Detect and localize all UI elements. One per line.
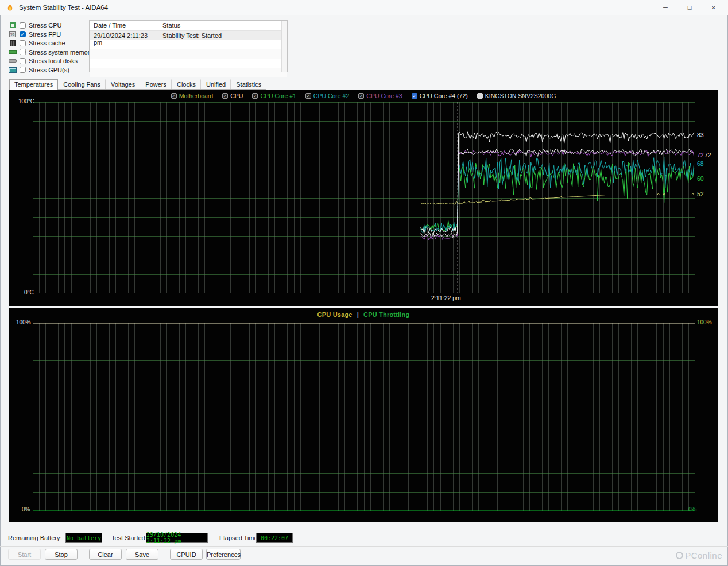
test-started-value: 29/10/2024 2:11:22 pm [146,533,208,543]
temperature-chart-panel: ✓ Motherboard ✓ CPU ✓ CPU Core #1 ✓ CPU … [9,90,718,306]
stress-option-label: Stress GPU(s) [29,67,69,73]
stress-checkbox[interactable]: ✓ [20,58,26,64]
legend-item: KINGSTON SNV2S2000G [477,92,556,99]
stress-checkbox[interactable]: ✓ [20,67,26,73]
test-start-time-marker-label: 2:11:22 pm [400,294,492,301]
preferences-button[interactable]: Preferences [206,549,241,560]
legend-checkbox[interactable]: ✓ [171,93,177,99]
legend-item: ✓ Motherboard [171,92,214,99]
caption-buttons: ─ □ × [653,0,726,15]
current-value-label: 83 [697,131,704,138]
log-table-empty-row [90,68,287,77]
cpu-throttling-title: CPU Throttling [363,311,409,318]
usage-top-right-label: 100% [697,319,712,325]
cache-icon [8,40,17,46]
legend-label: CPU Core #2 [313,92,349,99]
cpu-usage-title: CPU Usage [317,311,353,318]
stress-checkbox[interactable]: ✓ [20,31,26,37]
temperature-plot [33,102,695,293]
stress-option-row: ✓ Stress system memory [8,49,93,56]
tab-unified[interactable]: Unified [201,79,231,89]
legend-checkbox[interactable]: ✓ [252,93,258,99]
stress-option-label: Stress CPU [29,22,61,29]
temperature-legend: ✓ Motherboard ✓ CPU ✓ CPU Core #1 ✓ CPU … [9,92,718,99]
column-header-datetime: Date / Time [90,21,158,30]
log-table-scrollbar[interactable] [281,21,287,72]
chart-tabs: TemperaturesCooling FansVoltagesPowersCl… [9,79,266,90]
battery-label: Remaining Battery: [8,534,62,541]
event-log-table: Date / Time Status 29/10/2024 2:11:23 pm… [89,20,288,72]
tab-cooling-fans[interactable]: Cooling Fans [58,79,106,89]
gpu-icon [8,67,17,73]
cpuid-button[interactable]: CPUID [170,549,203,560]
elapsed-time-label: Elapsed Time: [219,534,260,541]
log-table-row[interactable]: 29/10/2024 2:11:23 pm Stability Test: St… [90,31,287,40]
stress-option-label: Stress FPU [29,31,61,38]
disk-icon [8,57,17,64]
elapsed-time-value: 00:22:07 [256,533,293,543]
stop-button[interactable]: Stop [45,549,78,560]
log-table-empty-row [90,59,287,68]
start-button[interactable]: Start [8,549,41,560]
watermark-text: PConline [685,551,722,560]
stress-options-list: ✓ Stress CPU % ✓ Stress FPU ✓ Stress cac… [8,22,93,73]
button-separator [0,546,728,547]
stress-option-row: ✓ Stress GPU(s) [8,67,93,73]
stress-option-label: Stress cache [29,40,65,46]
stress-checkbox[interactable]: ✓ [20,49,26,55]
current-value-label: 52 [697,191,704,197]
stress-option-label: Stress system memory [29,49,93,56]
app-window: { "window": { "title": "System Stability… [0,0,728,566]
usage-plot [33,323,695,511]
log-table-header: Date / Time Status [90,21,287,31]
close-icon[interactable]: × [702,0,726,15]
legend-checkbox[interactable]: ✓ [222,93,228,99]
flame-icon [6,3,14,12]
legend-item: ✓ CPU Core #4 (72) [412,92,468,99]
clear-button[interactable]: Clear [89,549,122,560]
cpu-usage-chart-panel: CPU Usage|CPU Throttling 100% 100% 0% 0% [9,308,718,522]
current-value-label: 68 [697,160,704,167]
window-title: System Stability Test - AIDA64 [19,4,108,11]
test-started-label: Test Started: [111,534,147,541]
maximize-icon[interactable]: □ [677,0,702,15]
tab-clocks[interactable]: Clocks [172,79,201,89]
stress-checkbox[interactable]: ✓ [20,40,26,46]
tab-statistics[interactable]: Statistics [231,79,266,89]
legend-label: CPU [230,92,243,99]
memory-icon [8,49,17,56]
legend-item: ✓ CPU [222,92,243,99]
tab-voltages[interactable]: Voltages [106,79,140,89]
tab-powers[interactable]: Powers [140,79,172,89]
legend-checkbox[interactable]: ✓ [412,93,417,99]
action-button-bar: StartStopClearSaveCPUIDPreferences [0,549,728,560]
current-value-label: 60 [697,175,704,182]
column-header-status: Status [158,21,287,30]
title-bar: System Stability Test - AIDA64 ─ □ × [0,0,728,15]
stress-checkbox[interactable]: ✓ [20,22,26,29]
stress-option-row: ✓ Stress local disks [8,57,93,64]
legend-checkbox[interactable]: ✓ [305,93,311,99]
legend-item: ✓ CPU Core #2 [305,92,349,99]
usage-top-left-label: 100% [16,319,31,325]
minimize-icon[interactable]: ─ [653,0,677,15]
stress-option-row: ✓ Stress cache [8,40,93,46]
legend-label: CPU Core #4 (72) [420,92,468,99]
log-status-cell: Stability Test: Started [158,31,287,40]
legend-item: ✓ CPU Core #1 [252,92,296,99]
battery-value: No battery [65,533,102,543]
tab-temperatures[interactable]: Temperatures [9,79,58,90]
legend-label: CPU Core #3 [366,92,402,99]
legend-checkbox[interactable] [477,93,483,99]
legend-label: Motherboard [179,92,214,99]
title-separator: | [357,311,359,318]
usage-chart-title: CPU Usage|CPU Throttling [9,311,718,318]
usage-bottom-left-label: 0% [22,506,30,513]
status-bar: Remaining Battery: No battery Test Start… [8,533,720,544]
watermark: PConline [676,551,722,560]
legend-label: CPU Core #1 [260,92,296,99]
legend-item: ✓ CPU Core #3 [358,92,402,99]
legend-checkbox[interactable]: ✓ [358,93,364,99]
save-button[interactable]: Save [126,549,158,560]
log-table-empty-row [90,40,287,49]
